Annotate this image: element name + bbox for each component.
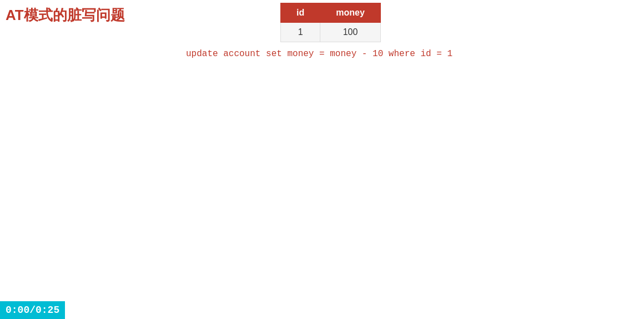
col-header-id: id — [281, 3, 320, 23]
page-title: AT模式的脏写问题 — [6, 6, 125, 25]
table-row: 1 100 — [281, 23, 381, 42]
col-header-money: money — [320, 3, 381, 23]
cell-id: 1 — [281, 23, 320, 42]
sql-statement: update account set money = money - 10 wh… — [186, 49, 452, 59]
timer-display: 0:00/0:25 — [0, 301, 65, 319]
account-table: id money 1 100 — [280, 3, 381, 42]
data-table-container: id money 1 100 — [280, 3, 381, 42]
cell-money: 100 — [320, 23, 381, 42]
